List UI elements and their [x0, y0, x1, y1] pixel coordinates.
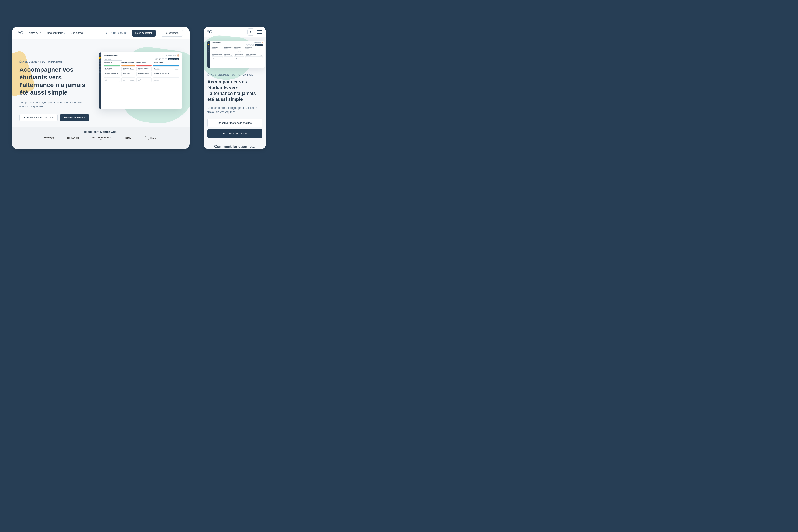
kanban-card: Commercial (H/F)DeezerAujourd'hui: [224, 50, 233, 53]
phone-link[interactable]: 01 84 80 09 40: [106, 32, 126, 35]
kanban-column-accent: [153, 65, 179, 66]
nav-item-solutions[interactable]: Nos solutions ▾: [47, 31, 65, 35]
card-meta: SushiAujourd'hui: [225, 59, 232, 59]
demo-button[interactable]: Réserver une démo: [60, 114, 89, 121]
partner-logo: ESIEE[it]: [44, 136, 54, 140]
search-input: 🔍 Rechercher: [212, 44, 223, 46]
view-list-icon: ≡: [250, 44, 252, 46]
app-user-badge: ? | Alexandra Tymère: [165, 54, 179, 57]
card-meta: DeezerAujourd'hui: [225, 52, 232, 52]
menu-button[interactable]: [257, 30, 262, 34]
hero-title: Accompagner vos étudiants vers l'alterna…: [19, 66, 91, 96]
eyebrow: ÉTABLISSEMENT DE FORMATION: [207, 74, 262, 76]
kanban-card: TECHNICIEN DE MAINTENANCE DATA CENTERTEL…: [245, 57, 263, 60]
kanban-column: Prêt à postuler3 candidaturesUX UI Desig…: [104, 62, 120, 83]
mobile-nav: MG: [204, 26, 266, 37]
kanban-column-accent: [136, 65, 152, 66]
contact-button[interactable]: Nous contacter: [132, 30, 156, 37]
kanban-column: Candidature envoyée3 candidaturesCommerc…: [224, 47, 233, 61]
kanban-column: Relance réalisée3 candidaturesCommunity …: [136, 62, 152, 83]
phone-icon: [249, 31, 252, 34]
kanban-card: Développeur Front-EndNetflix: [234, 54, 244, 57]
card-title: Community Manager (H/F): [235, 51, 243, 52]
card-meta: TELEHOUSE: [154, 80, 178, 81]
brand-logo[interactable]: MG: [207, 30, 212, 34]
app-user-badge: ? | Alexandra Tymère: [254, 42, 263, 43]
partner-logo: DORANCO: [67, 137, 79, 139]
app-sidebar: [99, 52, 101, 109]
brand-logo[interactable]: MG: [19, 31, 23, 35]
card-title: Stage commercial: [212, 58, 222, 59]
kanban-card: Chief Technical OfficerSushiAujourd'hui: [224, 57, 233, 60]
discover-button[interactable]: Découvrir les fonctionnalités: [207, 119, 262, 127]
nav-item-offres[interactable]: Nos offres: [71, 31, 83, 35]
card-title: COMMERCIAL INTERNE FR/NL: [154, 73, 178, 74]
view-grid-icon: ▦: [248, 44, 250, 46]
hero-cta-row: Découvrir les fonctionnalités Réserver u…: [19, 114, 91, 121]
kanban-column-title: Relance réalisée: [234, 47, 244, 48]
kanban-card: CTO (H/F)Groupe Canal +4 sem.: [153, 66, 179, 71]
kanban-column: Prêt à postuler3 candidaturesUX UI Desig…: [212, 47, 223, 61]
partners-heading: Ils utilisent Mentor Goal: [84, 130, 117, 133]
add-candidature-button: + Ajouter candidature: [168, 58, 179, 60]
kanban-card: Chief Technical OfficerSushiAujourd'hui: [121, 77, 135, 82]
kanban-column-count: 3 candidatures: [153, 63, 179, 64]
sidebar-item: [99, 63, 100, 64]
card-title: Développeur Back-End (H/F): [105, 73, 119, 74]
kanban-card: COMMERCIAL INTERNE FR/NLCartonnerie Dore…: [153, 72, 179, 76]
kanban-board: Prêt à postuler3 candidaturesUX UI Desig…: [212, 47, 263, 61]
sidebar-item: [208, 48, 209, 49]
card-title: UX UI Designer: [105, 68, 119, 69]
phone-button[interactable]: [247, 28, 254, 36]
sidebar-item: [99, 69, 100, 70]
hero-subtitle: Une plateforme conçue pour faciliter le …: [19, 100, 90, 109]
hero-title: Accompagner vos étudiants vers l'alterna…: [207, 79, 262, 102]
nav-item-adn[interactable]: Notre ADN: [29, 31, 42, 35]
kanban-card: COMMERCIAL INTERNE FR/NLCartonnerie Dore…: [245, 54, 263, 57]
sidebar-item-active: [208, 44, 209, 45]
card-title: TECHNICIEN DE MAINTENANCE DATA CENTER: [246, 58, 262, 59]
kanban-column: Relance réalisée3 candidaturesCommunity …: [234, 47, 244, 61]
card-meta: Cartonnerie Dorezin retard: [246, 55, 262, 56]
card-title: Développeur Front-End: [137, 73, 150, 74]
hero-text: ÉTABLISSEMENT DE FORMATION Accompagner v…: [12, 60, 91, 121]
kanban-card: UX UI DesignerMentor Goal: [212, 50, 223, 53]
card-meta: Groupe Canal +4 sem.: [246, 52, 262, 52]
card-title: CTO (H/F): [154, 68, 178, 69]
arrow-icon: ↗: [246, 44, 247, 46]
kanban-column: Candidature envoyée3 candidaturesCommerc…: [121, 62, 135, 83]
kanban-card: Développeur Front-EndNetflix: [136, 72, 152, 76]
kanban-card: Commercial (H/F)DeezerAujourd'hui: [121, 66, 135, 71]
partner-logos-section: Ils utilisent Mentor Goal ESIEE[it] DORA…: [12, 127, 190, 149]
kanban-card: Stage commercialShila: [212, 57, 223, 60]
next-section-heading: Comment fonctionne…: [207, 145, 262, 149]
kanban-column-accent: [121, 65, 135, 66]
card-meta: Stripein retard: [225, 55, 232, 56]
kanban-column-count: 3 candidatures: [121, 63, 135, 64]
kanban-card: DesignOps (H/F)Stripein retard: [224, 54, 233, 57]
sidebar-item: [99, 72, 100, 73]
kanban-column-title: Entretien obtenu: [245, 47, 263, 48]
kanban-card: DevOpsTwitch: [234, 57, 244, 60]
kanban-card: Développeur Back-End (H/F)Ornikar: [212, 54, 223, 57]
hero-subtitle: Une plateforme conçue pour faciliter le …: [207, 106, 262, 114]
card-meta: Twitch: [137, 80, 150, 81]
kanban-card: UX UI DesignerMentor Goal: [104, 66, 120, 71]
app-page-title: Mes candidatures: [104, 55, 118, 57]
mobile-hero: Mes candidatures ? | Alexandra Tymère 🔍 …: [204, 37, 266, 149]
app-sidebar: [207, 41, 210, 68]
discover-button[interactable]: Découvrir les fonctionnalités: [19, 114, 58, 121]
kanban-column-title: Prêt à postuler: [104, 62, 120, 63]
kanban-column-title: Relance réalisée: [136, 62, 152, 63]
partner-logo-icon: [145, 136, 149, 140]
kanban-column-accent: [234, 49, 244, 50]
login-button[interactable]: Se connecter: [161, 30, 183, 37]
card-title: TECHNICIEN DE MAINTENANCE DATA CENTER: [154, 78, 178, 80]
sidebar-item: [208, 51, 209, 52]
card-meta: Stripein retard: [122, 74, 134, 75]
filter-icon: ▽: [165, 58, 167, 60]
mobile-viewport: MG Mes candidatures: [204, 26, 266, 149]
demo-button[interactable]: Réserver une démo: [207, 129, 262, 138]
card-meta: Ornikar: [105, 74, 119, 75]
sidebar-item: [208, 42, 209, 43]
